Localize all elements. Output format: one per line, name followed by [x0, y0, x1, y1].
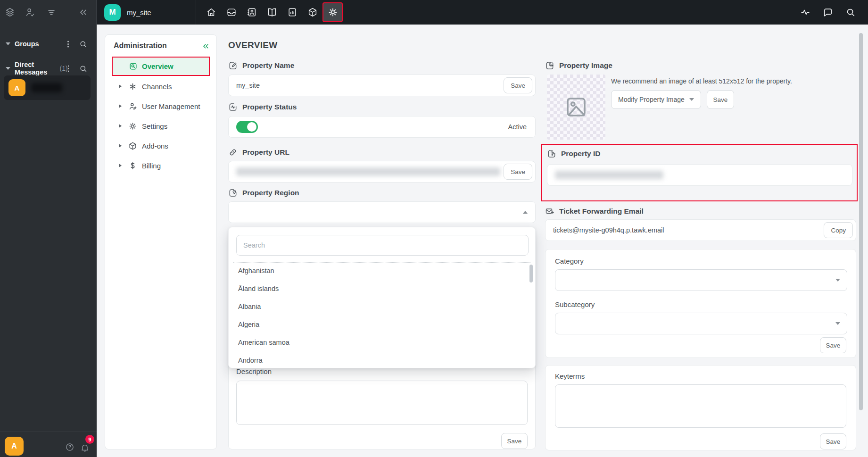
- property-name-value[interactable]: my_site: [236, 82, 504, 89]
- activity-icon[interactable]: [800, 7, 810, 17]
- contacts-icon[interactable]: [247, 7, 257, 17]
- description-textarea[interactable]: [236, 381, 528, 425]
- topbar-nav: [196, 0, 318, 25]
- help-icon[interactable]: [65, 442, 74, 452]
- property-status-label: Property Status: [228, 102, 297, 112]
- collapse-panel-icon[interactable]: [201, 42, 210, 50]
- property-url-save-button[interactable]: Save: [504, 164, 532, 180]
- chevron-up-icon: [523, 211, 528, 214]
- region-option[interactable]: Åland islands: [229, 280, 530, 298]
- property-image-save-button[interactable]: Save: [707, 90, 734, 109]
- administration-panel: Administration Overview Channels: [105, 34, 217, 449]
- menu-item-channels[interactable]: Channels: [105, 77, 217, 96]
- administration-title: Administration: [114, 42, 167, 50]
- current-user-avatar[interactable]: A: [5, 437, 24, 456]
- fingerprint-square-icon: [547, 149, 556, 158]
- mail-forward-icon: [545, 207, 554, 216]
- image-square-icon: [545, 61, 554, 70]
- region-option[interactable]: Algeria: [229, 316, 530, 333]
- direct-messages-label: Direct Messages: [15, 61, 57, 76]
- layers-icon[interactable]: [5, 7, 15, 17]
- property-name-save-button[interactable]: Save: [504, 77, 532, 93]
- property-region-label: Property Region: [228, 188, 299, 198]
- region-option[interactable]: Afghanistan: [229, 262, 530, 280]
- ticket-email-field: tickets@mysite-g09h4q.p.tawk.email Copy: [545, 219, 856, 241]
- filter-icon[interactable]: [46, 7, 57, 17]
- notification-badge: 9: [85, 435, 94, 444]
- overview-icon: [129, 62, 138, 71]
- menu-item-label: User Management: [142, 102, 200, 110]
- workspace-name: my_site: [127, 8, 151, 17]
- messages-icon[interactable]: [823, 7, 833, 17]
- workspace-avatar: M: [104, 4, 121, 21]
- ticket-forwarding-email-label: Ticket Forwarding Email: [545, 207, 644, 216]
- dm-list-item[interactable]: A: [4, 75, 91, 100]
- menu-item-label: Overview: [142, 62, 174, 70]
- property-image-hint: We recommend an image of at least 512x51…: [611, 77, 792, 85]
- property-name-label: Property Name: [228, 61, 294, 70]
- description-save-button[interactable]: Save: [501, 433, 528, 449]
- dropdown-scrollbar[interactable]: [529, 265, 533, 283]
- link-icon: [228, 148, 238, 157]
- search-icon[interactable]: [845, 7, 856, 17]
- keyterms-card: Keyterms Save: [545, 365, 856, 450]
- keyterms-textarea[interactable]: [555, 384, 846, 428]
- keyterms-save-button[interactable]: Save: [820, 433, 846, 449]
- menu-item-user-management[interactable]: User Management: [105, 97, 217, 116]
- menu-item-billing[interactable]: Billing: [105, 156, 217, 175]
- workspace-switcher[interactable]: M my_site: [97, 0, 196, 25]
- chevron-down-icon[interactable]: [6, 67, 10, 70]
- settings-nav-active annotation-highlight-settings[interactable]: [322, 2, 343, 22]
- menu-item-settings[interactable]: Settings: [105, 116, 217, 135]
- chevron-down-icon: [835, 279, 840, 282]
- dm-name-redacted: [31, 83, 62, 92]
- topbar-right: [800, 0, 868, 25]
- dm-search-icon[interactable]: [79, 65, 87, 73]
- region-search-input[interactable]: [236, 235, 529, 256]
- region-option[interactable]: Albania: [229, 298, 530, 316]
- category-select[interactable]: [555, 269, 847, 291]
- category-save-button[interactable]: Save: [820, 337, 846, 353]
- property-url-value-redacted[interactable]: [236, 167, 504, 176]
- property-status-toggle[interactable]: [236, 121, 258, 133]
- dm-kebab-icon[interactable]: [68, 68, 69, 69]
- sidebar: Groups Direct Messages (1) A A: [0, 25, 97, 457]
- groups-search-icon[interactable]: [79, 40, 87, 48]
- subcategory-select[interactable]: [555, 313, 847, 334]
- agent-check-icon[interactable]: [25, 7, 35, 17]
- ticket-email-copy-button[interactable]: Copy: [824, 222, 853, 238]
- description-label: Description: [236, 367, 272, 375]
- property-region-select[interactable]: [228, 201, 536, 223]
- modify-property-image-button[interactable]: Modify Property Image: [611, 90, 701, 109]
- settings-gear-icon: [328, 7, 338, 17]
- page-title: OVERVIEW: [228, 40, 277, 50]
- billing-dollar-icon: [128, 161, 137, 170]
- category-card: Category Subcategory Save: [545, 249, 856, 358]
- menu-item-addons[interactable]: Add-ons: [105, 136, 217, 155]
- addons-icon[interactable]: [307, 7, 318, 17]
- user-management-icon: [128, 102, 137, 111]
- topbar: M my_site: [0, 0, 868, 25]
- groups-label: Groups: [15, 40, 39, 48]
- region-option[interactable]: Andorra: [229, 351, 530, 368]
- inbox-icon[interactable]: [226, 7, 237, 17]
- annotation-highlight-overview: Overview: [112, 57, 210, 76]
- ticket-email-value[interactable]: tickets@mysite-g09h4q.p.tawk.email: [553, 226, 824, 234]
- reporting-icon[interactable]: [287, 7, 298, 17]
- channels-icon: [128, 82, 137, 91]
- chevron-down-icon[interactable]: [6, 42, 10, 45]
- home-icon[interactable]: [206, 7, 216, 17]
- menu-item-label: Channels: [142, 83, 172, 91]
- menu-item-overview[interactable]: Overview: [113, 58, 209, 75]
- main-scrollbar[interactable]: [859, 33, 863, 410]
- notifications-bell-icon[interactable]: [80, 443, 90, 452]
- groups-kebab-icon[interactable]: [67, 43, 69, 45]
- chevron-right-icon: [119, 124, 122, 128]
- groups-header[interactable]: Groups: [0, 38, 97, 50]
- direct-messages-header[interactable]: Direct Messages (1): [0, 62, 97, 75]
- property-id-value-redacted: [555, 171, 663, 179]
- region-option[interactable]: American samoa: [229, 333, 530, 351]
- collapse-sidebar-icon[interactable]: [78, 7, 88, 17]
- property-id-field[interactable]: [547, 164, 852, 186]
- knowledge-base-icon[interactable]: [267, 7, 277, 17]
